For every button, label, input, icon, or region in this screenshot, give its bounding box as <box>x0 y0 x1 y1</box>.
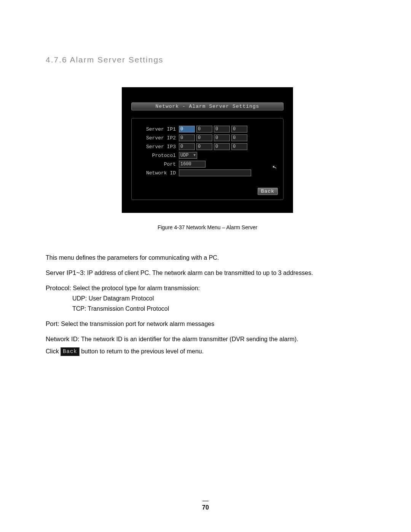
settings-panel: Server IP1 0 0 0 0 Server IP2 0 0 0 0 Se… <box>131 118 284 200</box>
page-number: — 70 <box>0 499 411 511</box>
network-id-term: Network ID: <box>46 335 80 343</box>
server-ip-desc: IP address of client PC. The network ala… <box>85 270 313 276</box>
click-back-paragraph: Click Back button to return to the previ… <box>46 347 369 356</box>
page-number-dash: — <box>0 499 411 503</box>
port-input[interactable]: 1600 <box>179 161 206 168</box>
row-protocol: Protocol UDP ▼ <box>137 152 278 159</box>
label-server-ip2: Server IP2 <box>137 135 179 141</box>
back-button[interactable]: Back <box>258 188 278 195</box>
figure-caption: Figure 4-37 Network Menu – Alarm Server <box>158 224 257 230</box>
ip3-octet-3[interactable]: 0 <box>214 143 230 150</box>
chevron-down-icon: ▼ <box>194 152 196 158</box>
label-network-id: Network ID <box>137 170 179 176</box>
protocol-paragraph: Protocol: Select the protocol type for a… <box>46 283 369 293</box>
network-id-desc: The network ID is an identifier for the … <box>80 336 298 342</box>
body-content: This menu defines the parameters for com… <box>46 253 369 356</box>
ip2-octet-2[interactable]: 0 <box>196 134 212 141</box>
dialog-title: Network - Alarm Server Settings <box>131 102 284 110</box>
port-term: Port: <box>46 320 59 328</box>
page-number-value: 70 <box>202 504 209 511</box>
protocol-value: UDP <box>180 152 189 158</box>
protocol-term: Protocol: <box>46 284 71 292</box>
protocol-desc: Select the protocol type for alarm trans… <box>71 285 200 291</box>
inline-back-button: Back <box>61 347 80 356</box>
section-heading: 4.7.6 Alarm Server Settings <box>46 55 369 64</box>
ip3-octet-4[interactable]: 0 <box>231 143 247 150</box>
protocol-udp-line: UDP: User Datagram Protocol <box>46 294 369 304</box>
ip1-octet-3[interactable]: 0 <box>214 126 230 133</box>
click-prefix: Click <box>46 348 61 355</box>
label-protocol: Protocol <box>137 153 179 158</box>
row-network-id: Network ID <box>137 169 278 177</box>
dvr-screenshot: Network - Alarm Server Settings Server I… <box>122 87 293 213</box>
row-server-ip1: Server IP1 0 0 0 0 <box>137 125 278 133</box>
row-server-ip2: Server IP2 0 0 0 0 <box>137 134 278 142</box>
network-id-paragraph: Network ID: The network ID is an identif… <box>46 334 369 344</box>
port-desc: Select the transmission port for network… <box>59 321 214 327</box>
ip2-octet-1[interactable]: 0 <box>179 134 195 141</box>
ip3-octet-1[interactable]: 0 <box>179 143 195 150</box>
click-suffix: button to return to the previous level o… <box>80 348 204 355</box>
port-paragraph: Port: Select the transmission port for n… <box>46 319 369 329</box>
label-server-ip1: Server IP1 <box>137 126 179 132</box>
ip2-octet-4[interactable]: 0 <box>231 134 247 141</box>
ip3-octet-2[interactable]: 0 <box>196 143 212 150</box>
ip1-octet-2[interactable]: 0 <box>196 126 212 133</box>
intro-text: This menu defines the parameters for com… <box>46 253 369 263</box>
figure-container: Network - Alarm Server Settings Server I… <box>46 87 369 230</box>
server-ip-term: Server IP1~3: <box>46 269 85 276</box>
ip1-octet-1[interactable]: 0 <box>179 126 195 133</box>
row-server-ip3: Server IP3 0 0 0 0 <box>137 143 278 150</box>
ip1-octet-4[interactable]: 0 <box>231 126 247 133</box>
protocol-select[interactable]: UDP ▼ <box>179 152 197 159</box>
protocol-tcp-line: TCP: Transmission Control Protocol <box>46 304 369 314</box>
server-ip-paragraph: Server IP1~3: IP address of client PC. T… <box>46 268 369 278</box>
row-port: Port 1600 <box>137 160 278 168</box>
ip2-octet-3[interactable]: 0 <box>214 134 230 141</box>
label-port: Port <box>137 161 179 167</box>
network-id-input[interactable] <box>179 169 251 176</box>
label-server-ip3: Server IP3 <box>137 144 179 150</box>
